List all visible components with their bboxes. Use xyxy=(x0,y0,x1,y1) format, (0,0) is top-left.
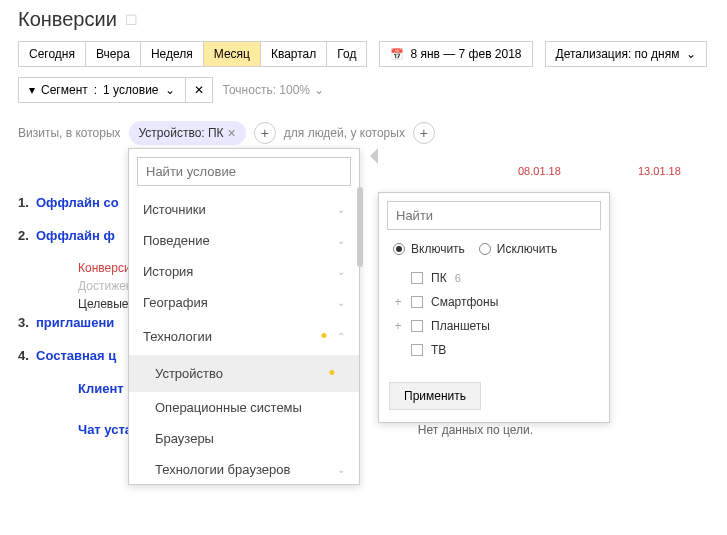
condition-item[interactable]: Браузеры xyxy=(129,423,359,454)
goal-link[interactable]: приглашени xyxy=(36,315,114,330)
goal-link[interactable]: Оффлайн ф xyxy=(36,228,115,243)
chip-label: Устройство: ПК xyxy=(139,126,224,140)
period-group: СегодняВчераНеделяМесяцКварталГод xyxy=(18,41,367,67)
detail-button[interactable]: Детализация: по дням ⌄ xyxy=(545,41,707,67)
device-option[interactable]: ПК 6 xyxy=(383,266,605,290)
period-button-Год[interactable]: Год xyxy=(326,41,367,67)
device-option[interactable]: +Планшеты xyxy=(383,314,605,338)
checkbox[interactable] xyxy=(411,296,423,308)
dropdown-pointer xyxy=(370,148,378,164)
segment-count: 1 условие xyxy=(103,83,158,97)
condition-item[interactable]: Поведение⌄ xyxy=(129,225,359,256)
period-button-Вчера[interactable]: Вчера xyxy=(85,41,141,67)
condition-item[interactable]: Технологии•⌃ xyxy=(129,318,359,355)
condition-item[interactable]: Операционные системы xyxy=(129,392,359,423)
chip-remove-icon[interactable]: × xyxy=(228,125,236,141)
chevron-down-icon: ⌄ xyxy=(165,83,175,97)
device-filter-panel: Включить Исключить ПК 6+Смартфоны+Планше… xyxy=(378,192,610,423)
goal-link[interactable]: Составная ц xyxy=(36,348,116,363)
accuracy-text[interactable]: Точность: 100% ⌄ xyxy=(223,83,324,97)
filter-chip-device[interactable]: Устройство: ПК × xyxy=(129,121,246,145)
visits-label: Визиты, в которых xyxy=(18,126,121,140)
detail-text: Детализация: по дням xyxy=(556,47,680,61)
period-button-Сегодня[interactable]: Сегодня xyxy=(18,41,86,67)
segment-clear[interactable]: ✕ xyxy=(186,77,213,103)
radio-include[interactable]: Включить xyxy=(393,242,465,256)
chevron-down-icon: ⌄ xyxy=(686,47,696,61)
goal-link[interactable]: Оффлайн со xyxy=(36,195,119,210)
segment-label: Сегмент xyxy=(41,83,88,97)
checkbox[interactable] xyxy=(411,344,423,356)
radio-exclude[interactable]: Исключить xyxy=(479,242,557,256)
scrollbar[interactable] xyxy=(357,187,363,267)
device-search-input[interactable] xyxy=(387,201,601,230)
condition-item[interactable]: Источники⌄ xyxy=(129,194,359,225)
date-range-text: 8 янв — 7 фев 2018 xyxy=(410,47,521,61)
condition-search-input[interactable] xyxy=(137,157,351,186)
condition-item[interactable]: История⌄ xyxy=(129,256,359,287)
calendar-icon: 📅 xyxy=(390,48,404,61)
chevron-down-icon: ⌄ xyxy=(314,83,324,97)
add-people-condition[interactable]: + xyxy=(413,122,435,144)
add-visit-condition[interactable]: + xyxy=(254,122,276,144)
period-button-Месяц[interactable]: Месяц xyxy=(203,41,261,67)
condition-item[interactable]: Устройство• xyxy=(129,355,359,392)
checkbox[interactable] xyxy=(411,272,423,284)
period-button-Неделя[interactable]: Неделя xyxy=(140,41,204,67)
filter-icon: ▾ xyxy=(29,83,35,97)
apply-button[interactable]: Применить xyxy=(389,382,481,410)
condition-dropdown: Источники⌄Поведение⌄История⌄География⌄Те… xyxy=(128,148,360,485)
checkbox[interactable] xyxy=(411,320,423,332)
device-option[interactable]: +Смартфоны xyxy=(383,290,605,314)
device-option[interactable]: ТВ xyxy=(383,338,605,362)
people-label: для людей, у которых xyxy=(284,126,405,140)
condition-item[interactable]: География⌄ xyxy=(129,287,359,318)
bookmark-icon[interactable]: ☐ xyxy=(125,12,138,28)
segment-button[interactable]: ▾ Сегмент: 1 условие ⌄ xyxy=(18,77,186,103)
period-button-Квартал[interactable]: Квартал xyxy=(260,41,327,67)
nodata-text: Нет данных по цели. xyxy=(418,423,533,437)
condition-item[interactable]: Технологии браузеров⌄ xyxy=(129,454,359,484)
page-title: Конверсии xyxy=(18,8,117,31)
date-range-button[interactable]: 📅 8 янв — 7 фев 2018 xyxy=(379,41,532,67)
